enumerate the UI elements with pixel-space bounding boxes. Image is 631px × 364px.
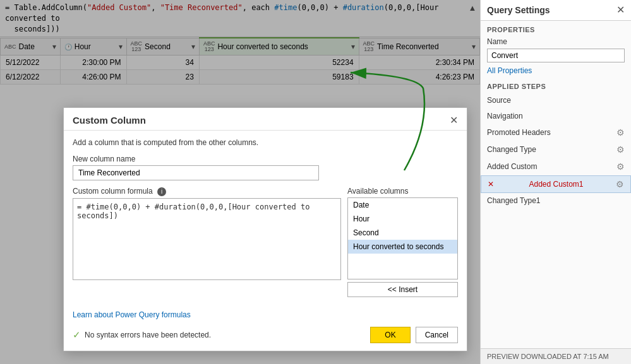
name-label: Name [481,36,631,47]
formula-label-text: Custom column formula [73,187,153,196]
syntax-status-text: No syntax errors have been detected. [85,331,211,339]
formula-label: Custom column formula i [73,187,341,196]
dialog-body: Add a column that is computed from the o… [64,131,467,305]
dialog-action-buttons: OK Cancel [370,327,458,343]
syntax-status: ✓ No syntax errors have been detected. [73,329,211,341]
step-label-added-custom1: Added Custom1 [529,180,583,189]
new-col-name-label: New column name [73,155,458,163]
step-promoted-headers[interactable]: Promoted Headers ⚙ [481,124,631,141]
right-panel: Query Settings ✕ PROPERTIES Name All Pro… [480,0,631,364]
steps-list: Source Navigation Promoted Headers ⚙ Cha… [481,93,631,348]
panel-header: Query Settings ✕ [481,0,631,21]
step-source[interactable]: Source [481,93,631,109]
formula-area-row: Custom column formula i = #time(0,0,0) +… [73,187,458,297]
step-label-changed-type: Changed Type [487,145,536,154]
step-changed-type[interactable]: Changed Type ⚙ [481,141,631,158]
all-properties-link[interactable]: All Properties [481,64,631,78]
step-navigation[interactable]: Navigation [481,109,631,124]
dialog-footer-info: Learn about Power Query formulas [64,305,467,322]
formula-textarea[interactable]: = #time(0,0,0) + #duration(0,0,0,[Hour c… [73,198,341,280]
insert-btn[interactable]: << Insert [347,282,458,297]
step-added-custom[interactable]: Added Custom ⚙ [481,158,631,175]
step-added-custom1[interactable]: ✕ Added Custom1 ⚙ [481,175,631,193]
dialog-titlebar: Custom Column ✕ [64,108,467,131]
step-label-added-custom: Added Custom [487,162,537,171]
step-gear-added-custom1[interactable]: ⚙ [616,179,624,189]
check-icon: ✓ [73,329,81,341]
name-input[interactable] [487,49,625,62]
step-gear-added-custom[interactable]: ⚙ [616,161,625,172]
step-label-navigation: Navigation [487,112,523,120]
panel-title: Query Settings [487,5,550,15]
learn-formulas-link[interactable]: Learn about Power Query formulas [73,310,191,319]
available-cols-label: Available columns [347,187,458,196]
preview-footer: PREVIEW DOWNLOADED AT 7:15 AM [481,348,631,364]
step-label-promoted-headers: Promoted Headers [487,128,551,137]
applied-steps-title: APPLIED STEPS [481,78,631,93]
col-item-second[interactable]: Second [348,226,457,240]
cancel-button[interactable]: Cancel [416,327,458,343]
step-changed-type1[interactable]: Changed Type1 [481,193,631,209]
available-columns-panel: Available columns Date Hour Second Hour … [347,187,458,297]
col-item-hour[interactable]: Hour [348,212,457,226]
new-col-name-input[interactable] [73,165,319,180]
ok-button[interactable]: OK [370,327,410,343]
step-gear-changed-type[interactable]: ⚙ [616,144,625,155]
col-item-hour-converted[interactable]: Hour converted to seconds [348,240,457,254]
available-cols-listbox: Date Hour Second Hour converted to secon… [347,197,458,279]
step-gear-promoted-headers[interactable]: ⚙ [616,127,625,138]
dialog-title: Custom Column [73,115,146,126]
dialog-bottom: ✓ No syntax errors have been detected. O… [64,322,467,351]
formula-info-icon[interactable]: i [157,187,166,196]
dialog-close-btn[interactable]: ✕ [450,114,458,126]
step-label-source: Source [487,96,511,105]
step-label-changed-type1: Changed Type1 [487,196,541,205]
dialog-description: Add a column that is computed from the o… [73,138,458,147]
col-item-date[interactable]: Date [348,198,457,212]
step-error-icon: ✕ [488,180,494,189]
formula-editor: Custom column formula i = #time(0,0,0) +… [73,187,341,297]
properties-section-title: PROPERTIES [481,21,631,36]
custom-column-dialog: Custom Column ✕ Add a column that is com… [63,107,467,351]
close-panel-btn[interactable]: ✕ [616,5,625,15]
